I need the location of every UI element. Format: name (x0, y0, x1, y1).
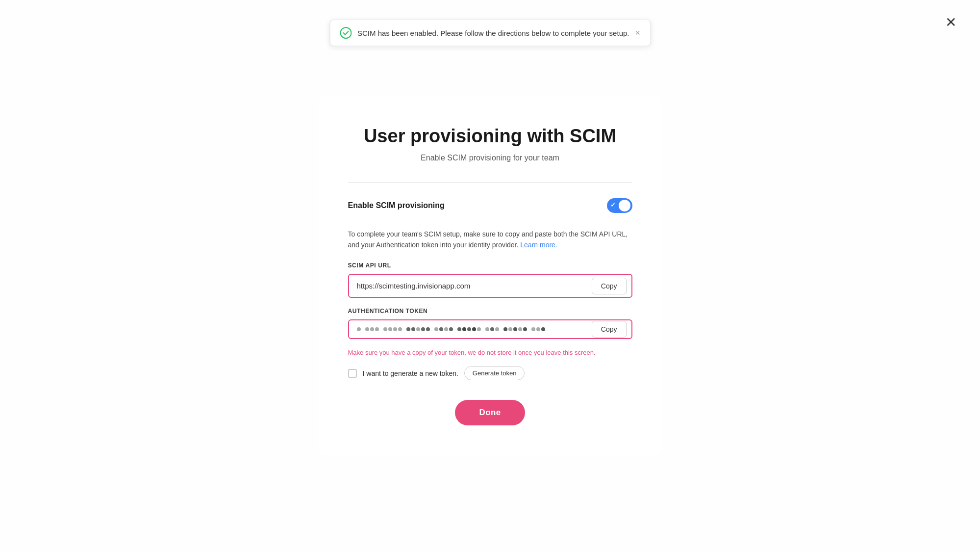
new-token-label: I want to generate a new token. (363, 369, 458, 377)
generate-token-button[interactable]: Generate token (464, 366, 525, 380)
token-dots-display (349, 320, 592, 338)
toggle-label: Enable SCIM provisioning (348, 201, 445, 210)
copy-url-button[interactable]: Copy (592, 278, 627, 294)
scim-url-label: SCIM API URL (348, 262, 632, 269)
scim-toggle[interactable]: ✓ (607, 198, 632, 213)
dot-group-4 (406, 327, 430, 331)
scim-url-field-wrapper: Copy (348, 274, 632, 298)
auth-token-section: Authentication token (348, 308, 632, 339)
dot-group-2 (365, 327, 379, 331)
scim-description: To complete your team's SCIM setup, make… (348, 229, 632, 251)
auth-token-label: Authentication token (348, 308, 632, 315)
new-token-checkbox[interactable] (348, 369, 357, 378)
modal-close-button[interactable]: ✕ (945, 16, 956, 29)
svg-point-0 (340, 27, 351, 38)
token-warning: Make sure you have a copy of your token,… (348, 349, 632, 356)
modal-overlay: SCIM has been enabled. Please follow the… (0, 0, 980, 551)
toast-message: SCIM has been enabled. Please follow the… (357, 29, 629, 37)
scim-toggle-row: Enable SCIM provisioning ✓ (348, 198, 632, 213)
modal-title: User provisioning with SCIM (348, 126, 632, 147)
dot-group-5 (434, 327, 453, 331)
auth-token-field-wrapper: Copy (348, 319, 632, 339)
toggle-slider: ✓ (607, 198, 632, 213)
learn-more-link[interactable]: Learn more. (520, 241, 557, 249)
new-token-row: I want to generate a new token. Generate… (348, 366, 632, 380)
dot-group-9 (531, 327, 545, 331)
done-button[interactable]: Done (455, 400, 526, 425)
modal-subtitle: Enable SCIM provisioning for your team (348, 154, 632, 162)
dot-group-3 (383, 327, 402, 331)
divider (348, 182, 632, 183)
dot-group-7 (485, 327, 499, 331)
dot-group-8 (503, 327, 527, 331)
dot-group-6 (457, 327, 481, 331)
copy-token-button[interactable]: Copy (592, 321, 627, 338)
check-circle-icon (340, 27, 352, 39)
toggle-checkmark-icon: ✓ (610, 201, 616, 209)
scim-url-section: SCIM API URL Copy (348, 262, 632, 298)
done-button-wrapper: Done (348, 400, 632, 425)
modal-panel: User provisioning with SCIM Enable SCIM … (319, 96, 662, 455)
scim-url-input[interactable] (349, 275, 592, 297)
toast-notification: SCIM has been enabled. Please follow the… (329, 20, 651, 46)
toast-close-button[interactable]: × (635, 28, 640, 37)
dot-group-1 (357, 327, 361, 331)
